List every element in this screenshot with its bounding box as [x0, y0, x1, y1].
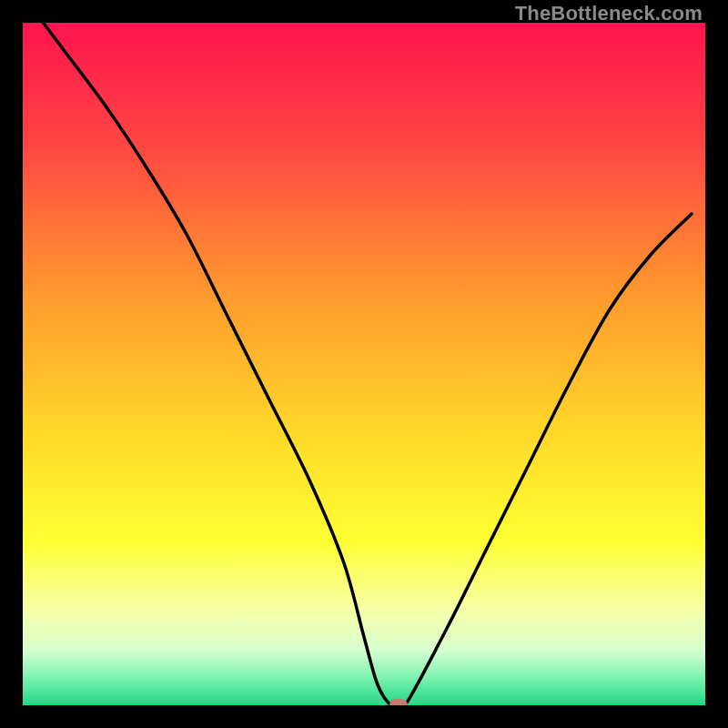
watermark-label: TheBottleneck.com	[515, 2, 703, 25]
plot-area	[23, 23, 705, 705]
chart-frame: TheBottleneck.com	[0, 0, 728, 728]
bottleneck-curve	[23, 23, 705, 705]
optimal-marker	[389, 699, 408, 705]
